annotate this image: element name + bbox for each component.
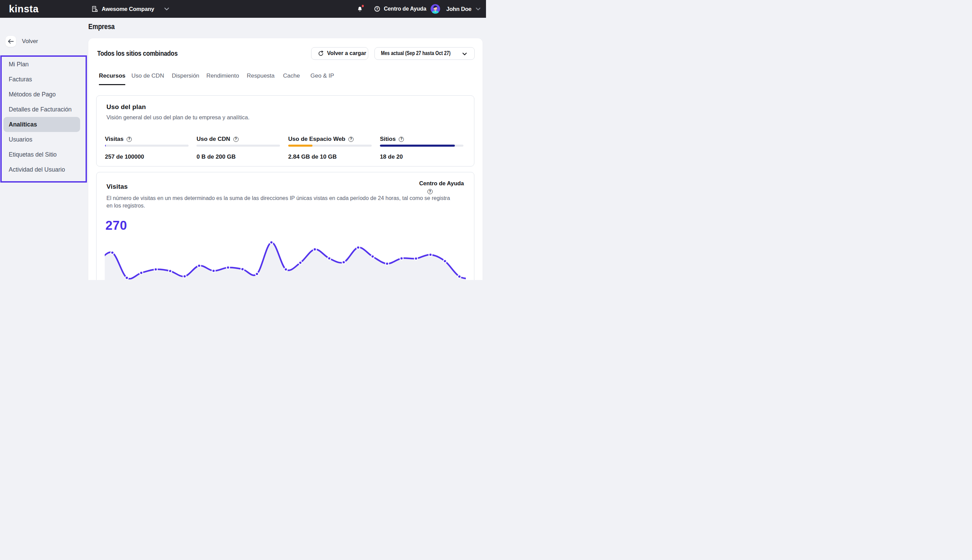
tab-dispersi-n[interactable]: Dispersión [172, 72, 199, 85]
back-button[interactable]: Volver [5, 36, 38, 47]
tab-uso-de-cdn[interactable]: Uso de CDN [131, 72, 164, 85]
sidebar-item-usuarios[interactable]: Usuarios [3, 132, 80, 147]
sidebar-item-detalles-de-facturaci-n[interactable]: Detalles de Facturación [3, 102, 80, 117]
question-icon: ? [399, 137, 404, 142]
metric-value: 18 de 20 [380, 153, 463, 160]
visits-description: El número de visitas en un mes determina… [107, 195, 453, 210]
visits-title: Visitas [107, 183, 128, 190]
tab-cache[interactable]: Cache [283, 72, 300, 85]
help-center-label: Centro de Ayuda [384, 6, 427, 12]
tabs: RecursosUso de CDNDispersiónRendimientoR… [97, 72, 405, 86]
building-icon [92, 6, 98, 12]
topbar: kinsta Awesome Company ? Centro de Ayuda [0, 0, 486, 18]
combined-sites-heading: Todos los sitios combinados [97, 49, 177, 57]
question-icon: ? [375, 6, 380, 12]
question-icon: ? [233, 137, 239, 142]
sidebar-item-anal-ticas[interactable]: Analíticas [3, 117, 80, 132]
company-name: Awesome Company [102, 6, 154, 12]
tab-respuesta[interactable]: Respuesta [247, 72, 274, 85]
sidebar-nav: Mi PlanFacturasMétodos de PagoDetalles d… [3, 57, 80, 177]
sidebar-item-mi-plan[interactable]: Mi Plan [3, 57, 80, 72]
visits-chart [105, 234, 466, 280]
question-icon: ? [427, 189, 433, 194]
sidebar-item-m-todos-de-pago[interactable]: Métodos de Pago [3, 87, 80, 102]
plan-usage-subtitle: Visión general del uso del plan de tu em… [107, 114, 249, 121]
visits-total: 270 [105, 218, 127, 233]
back-label: Volver [22, 38, 38, 45]
plan-usage-metrics: Visitas?257 de 100000Uso de CDN?0 B de 2… [105, 135, 466, 160]
metric-label: Sitios? [380, 135, 463, 143]
visits-help-link[interactable]: Centro de Ayuda ? [419, 180, 464, 194]
metric-value: 257 de 100000 [105, 153, 189, 160]
sidebar-item-facturas[interactable]: Facturas [3, 72, 80, 87]
chevron-down-icon [164, 8, 169, 11]
notification-badge [362, 5, 364, 7]
metric-value: 0 B de 200 GB [196, 153, 280, 160]
question-icon: ? [348, 137, 353, 142]
metric-progressbar [288, 145, 372, 147]
sidebar-item-actividad-del-usuario[interactable]: Actividad del Usuario [3, 162, 80, 177]
visits-area-chart [105, 234, 466, 280]
question-icon: ? [127, 137, 132, 142]
metric-label: Uso de Espacio Web? [288, 135, 372, 143]
metric-sitios: Sitios?18 de 20 [380, 135, 463, 160]
chevron-down-icon [476, 8, 480, 11]
reload-icon [318, 51, 324, 57]
page-title: Empresa [88, 23, 115, 31]
metric-uso-de-cdn: Uso de CDN?0 B de 200 GB [196, 135, 280, 160]
metric-progressbar [105, 145, 189, 147]
sidebar-item-etiquetas-del-sitio[interactable]: Etiquetas del Sitio [3, 147, 80, 162]
notifications-button[interactable] [357, 7, 363, 12]
metric-value: 2.84 GB de 10 GB [288, 153, 372, 160]
reload-button[interactable]: Volver a cargar [311, 47, 369, 60]
bell-icon [357, 7, 363, 12]
help-center-link[interactable]: ? Centro de Ayuda [375, 0, 426, 18]
user-menu[interactable]: John Doe [446, 0, 480, 18]
avatar-illustration [430, 4, 440, 14]
arrow-left-icon [8, 39, 14, 44]
reload-label: Volver a cargar [327, 50, 366, 57]
tab-geo-ip[interactable]: Geo & IP [310, 72, 334, 85]
period-dropdown[interactable]: Mes actual (Sep 27 hasta Oct 27) [375, 47, 475, 60]
tab-rendimiento[interactable]: Rendimiento [206, 72, 239, 85]
visits-help-label: Centro de Ayuda [419, 180, 464, 186]
company-selector[interactable]: Awesome Company [92, 0, 154, 18]
tab-recursos[interactable]: Recursos [99, 72, 125, 85]
metric-label: Uso de CDN? [196, 135, 280, 143]
metric-progressbar [380, 145, 463, 147]
plan-usage-title: Uso del plan [107, 103, 146, 111]
metric-progressbar [196, 145, 280, 147]
kinsta-logo[interactable]: kinsta [9, 0, 38, 18]
period-label: Mes actual (Sep 27 hasta Oct 27) [381, 50, 450, 57]
back-button-box [5, 36, 16, 47]
metric-label: Visitas? [105, 135, 189, 143]
user-name: John Doe [446, 6, 472, 12]
metric-uso-de-espacio-web: Uso de Espacio Web?2.84 GB de 10 GB [288, 135, 372, 160]
avatar[interactable] [430, 4, 440, 14]
metric-visitas: Visitas?257 de 100000 [105, 135, 189, 160]
chevron-down-icon [462, 53, 467, 55]
